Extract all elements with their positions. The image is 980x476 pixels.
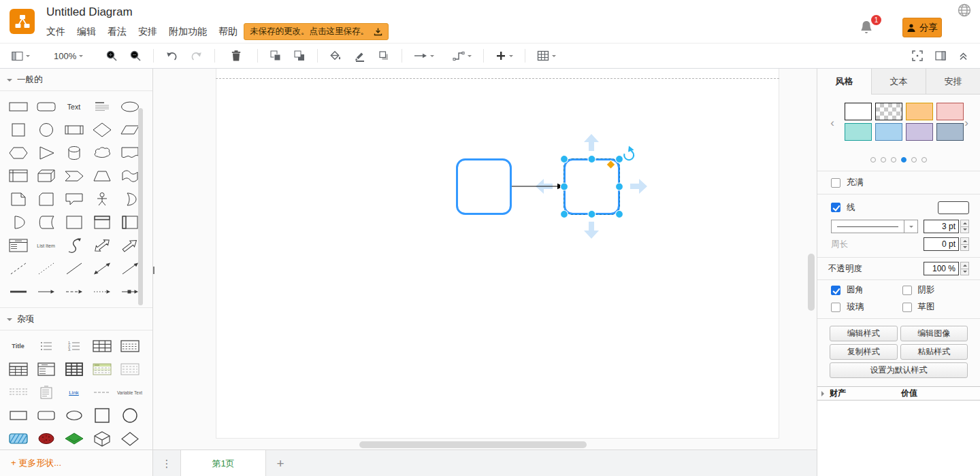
shape-step[interactable] [61,165,87,187]
insert-dropdown[interactable] [493,47,515,65]
carousel-next-icon[interactable]: › [961,116,972,130]
waypoint-style-dropdown[interactable] [451,47,474,65]
shape-textbox[interactable] [89,96,115,118]
canvas-horizontal-scrollbar[interactable] [359,441,587,448]
shape-cylinder[interactable] [61,142,87,164]
shape-trapezoid[interactable] [89,165,115,187]
paste-style-button[interactable]: 粘贴样式 [900,344,968,360]
section-general[interactable]: 一般的 [0,69,152,91]
rotate-handle-icon[interactable] [624,146,634,160]
carousel-dot[interactable] [901,157,906,163]
shape-card[interactable] [33,188,59,210]
carousel-dot[interactable] [881,157,886,163]
expand-triangle-icon[interactable] [821,391,827,396]
shape-form-table[interactable] [33,358,59,380]
diagram-edge[interactable] [512,184,564,189]
shape-dashed-arrow-edge[interactable] [61,281,87,303]
more-shapes-button[interactable]: + 更多形状... [11,457,61,469]
shape-cube[interactable] [33,165,59,187]
shape-dotted-arrow-edge[interactable] [89,281,115,303]
shape-bold-grid-table[interactable] [61,358,87,380]
style-preset-white[interactable] [845,103,872,120]
carousel-dot[interactable] [891,157,896,163]
app-logo-icon[interactable] [10,9,35,34]
glass-checkbox[interactable] [831,303,840,312]
redo-button[interactable] [188,47,205,65]
shape-callout[interactable] [61,188,87,210]
shape-plain-rectangle[interactable] [5,405,31,426]
shape-unordered-list[interactable] [33,335,59,357]
table-dropdown[interactable] [535,47,558,65]
style-preset-teal[interactable] [845,123,872,141]
shape-rectangle[interactable] [5,96,31,118]
shape-process[interactable] [61,119,87,141]
shadow-button[interactable] [376,47,392,65]
sidebar-scrollbar[interactable] [138,108,143,305]
fill-checkbox[interactable] [831,178,840,188]
shape-text-table[interactable] [5,381,31,403]
shape-bidirectional-arrow[interactable] [89,235,115,256]
line-color-swatch[interactable] [938,201,969,214]
menu-extras[interactable]: 附加功能 [169,26,207,38]
shape-text[interactable]: Text [61,96,87,118]
shadow-checkbox[interactable] [902,286,912,295]
opacity-input[interactable] [924,262,959,275]
style-preset-purple[interactable] [906,123,933,141]
tab-arrange[interactable]: 安排 [926,69,980,94]
shape-internal-storage[interactable] [5,165,31,187]
shape-dotted-line[interactable] [33,258,59,279]
shape-triangle[interactable] [33,142,59,164]
shape-rounded-rectangle[interactable] [33,96,59,118]
fullscreen-button[interactable] [910,47,925,65]
shape-dashed-table[interactable] [117,335,143,357]
perimeter-input[interactable] [924,237,959,251]
zoom-in-button[interactable] [103,47,120,65]
document-title[interactable]: Untitled Diagram [46,5,133,19]
shape-large-square[interactable] [89,405,115,426]
pages-menu-button[interactable]: ⋮ [160,450,174,476]
rounded-checkbox[interactable] [831,286,840,295]
line-style-dropdown[interactable] [831,220,918,233]
style-preset-gray[interactable] [936,123,964,141]
notifications-bell-icon[interactable]: 1 [859,19,877,35]
style-preset-blue[interactable] [875,123,902,141]
tab-style[interactable]: 风格 [817,69,871,95]
carousel-prev-icon[interactable]: ‹ [827,116,838,130]
menu-edit[interactable]: 编辑 [77,26,96,38]
shape-large-circle[interactable] [117,405,143,426]
shape-horizontal-divider[interactable] [89,381,115,403]
unsaved-changes-banner[interactable]: 未保存的更改。点击这里保存。 [244,23,389,40]
perimeter-stepper[interactable] [960,237,969,251]
shape-speckled-ellipse[interactable] [33,428,59,449]
shape-and[interactable] [5,211,31,233]
shape-vertical-container[interactable] [89,211,115,233]
menu-view[interactable]: 看法 [108,26,127,38]
shape-plain-ellipse[interactable] [61,405,87,426]
fill-color-button[interactable] [327,47,344,65]
menu-help[interactable]: 帮助 [218,26,238,38]
share-button[interactable]: 分享 [902,18,942,37]
shape-note[interactable] [5,188,31,210]
shape-cloud[interactable] [89,142,115,164]
carousel-dot[interactable] [870,157,876,163]
shape-diamond[interactable] [89,119,115,141]
view-button[interactable] [10,47,32,65]
shape-link-edge[interactable] [5,281,31,303]
style-preset-red[interactable] [936,103,964,120]
to-back-button[interactable] [291,47,308,65]
shape-small-list[interactable] [33,381,59,403]
zoom-out-button[interactable] [127,47,144,65]
canvas[interactable] [153,69,817,449]
shape-title-text[interactable]: Title [5,335,31,357]
shape-link-text[interactable]: Link [61,381,87,403]
line-width-input[interactable] [924,220,959,233]
copy-style-button[interactable]: 复制样式 [830,344,898,360]
tab-text[interactable]: 文本 [871,69,926,94]
line-width-stepper[interactable] [960,220,969,233]
line-checkbox[interactable] [831,203,840,212]
shape-bidirectional-connector[interactable] [89,258,115,279]
menu-file[interactable]: 文件 [46,26,65,38]
line-color-button[interactable] [352,47,368,65]
shape-square[interactable] [5,119,31,141]
shape-arrow-edge[interactable] [33,281,59,303]
